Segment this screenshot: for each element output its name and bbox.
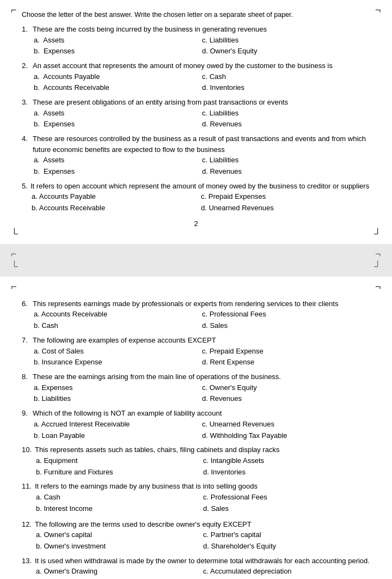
q5-text: It refers to open account which represen… [30,181,370,192]
q13-text: It is used when withdrawal is made by th… [35,556,370,566]
q1-num: 1. [22,24,33,35]
q9-options: a. Accrued Interest Receivable c. Unearn… [34,419,370,442]
q5-opt-b: b. Accounts Receivable [32,203,201,214]
corner-br: ┘ [374,228,381,240]
q9-text: Which of the following is NOT an example… [33,408,370,419]
q9-opt-a: a. Accrued Interest Receivable [34,419,202,430]
q10-opt-b: b. Furniture and Fixtures [36,467,203,478]
q4-options: a. Assets c. Liabilities b. Expenses d. … [34,155,370,178]
q1-opt-d: d. Owner's Equity [202,46,370,57]
q10-opt-d: d. Inventories [203,467,370,478]
question-1: 1. These are the costs being incurred by… [22,24,370,57]
page-break: ⌐ ⌐ └ ┘ [0,244,392,277]
q12-opt-c: c. Partner's capital [203,529,370,541]
q7-options: a. Cost of Sales c. Prepaid Expense b. I… [34,346,370,369]
q5-opt-a: a. Accounts Payable [32,191,201,203]
q10-opt-a: a. Equipment [36,455,203,467]
question-13: 13. It is used when withdrawal is made b… [22,556,370,579]
q8-opt-c: c. Owner's Equity [202,382,370,394]
q8-text: These are the earnings arising from the … [33,371,370,382]
corner-tl: ⌐ [11,4,17,16]
q3-opt-a: a. Assets [34,108,202,119]
q9-opt-c: c. Unearned Revenues [202,419,370,430]
q4-text: These are resources controlled by the bu… [33,133,370,155]
q2-opt-c: c. Cash [202,71,370,83]
q3-text: These are present obligations of an enti… [33,97,370,108]
q7-opt-c: c. Prepaid Expense [202,346,370,357]
q9-num: 9. [22,408,33,419]
q1-opt-c: c. Liabilities [202,35,370,46]
q13-opt-c: c. Accumulated depreciation [203,566,370,577]
q6-text: This represents earnings made by profess… [33,298,370,309]
q3-opt-d: d. Revenues [202,119,370,130]
q4-opt-c: c. Liabilities [202,155,370,166]
p2-corner-tl: ⌐ [11,281,17,292]
q12-opt-b: b. Owner's investment [36,541,203,552]
q10-text: This represents assets such as tables, c… [35,444,370,455]
question-7: 7. The following are examples of expense… [22,335,370,368]
q8-opt-b: b. Liabilities [34,393,202,405]
q8-num: 8. [22,371,33,382]
q11-opt-a: a. Cash [36,492,203,503]
corner-tr: ⌐ [375,4,381,16]
q11-opt-b: b. Interest Income [36,503,203,515]
question-8: 8. These are the earnings arising from t… [22,371,370,405]
question-9: 9. Which of the following is NOT an exam… [22,408,370,441]
q2-text: An asset account that represents the amo… [33,60,370,71]
q2-opt-a: a. Accounts Payable [34,71,202,83]
q11-opt-d: d. Sales [203,503,370,515]
q4-opt-b: b. Expenses [34,166,202,178]
q11-opt-c: c. Professional Fees [203,492,370,503]
q10-num: 10. [22,444,35,455]
q4-opt-d: d. Revenues [202,166,370,178]
q7-opt-b: b. Insurance Expense [34,357,202,368]
q1-options: a. Assets c. Liabilities b. Expenses d. … [34,35,370,58]
page-number-1: 2 [22,220,370,228]
q12-options: a. Owner's capital c. Partner's capital … [36,529,370,552]
q13-num: 13. [22,556,35,566]
q12-opt-a: a. Owner's capital [36,529,203,541]
question-6: 6. This represents earnings made by prof… [22,298,370,332]
q1-opt-a: a. Assets [34,35,202,46]
q12-opt-d: d. Shareholder's Equity [203,541,370,552]
q6-num: 6. [22,298,33,309]
q11-num: 11. [22,481,35,492]
question-10: 10. This represents assets such as table… [22,444,370,478]
q8-options: a. Expenses c. Owner's Equity b. Liabili… [34,382,370,405]
q3-num: 3. [22,97,33,108]
q6-opt-a: a. Accounts Receivable [34,309,202,320]
instructions: Choose the letter of the best answer. Wr… [22,11,370,19]
q2-opt-d: d. Inventories [202,82,370,94]
q10-opt-c: c. Intangible Assets [203,455,370,467]
q11-options: a. Cash c. Professional Fees b. Interest… [36,492,370,515]
q6-opt-b: b. Cash [34,320,202,332]
question-12: 12. The following are the terms used to … [22,519,370,552]
q5-opt-c: c. Prepaid Expenses [201,191,370,203]
q6-opt-c: c. Professional Fees [202,309,370,320]
q8-opt-d: d. Revenues [202,393,370,405]
q12-num: 12. [22,519,35,530]
q7-num: 7. [22,335,33,346]
q7-opt-a: a. Cost of Sales [34,346,202,357]
q12-text: The following are the terms used to desc… [35,519,370,530]
q4-opt-a: a. Assets [34,155,202,166]
q1-opt-b: b. Expenses [34,46,202,57]
q13-opt-a: a. Owner's Drawing [36,566,203,577]
q3-options: a. Assets c. Liabilities b. Expenses d. … [34,108,370,131]
pb-corner-tr: ⌐ [375,248,381,260]
page-1: ⌐ ⌐ Choose the letter of the best answer… [0,0,392,244]
q3-opt-b: b. Expenses [34,119,202,130]
question-11: 11. It refers to the earnings made by an… [22,481,370,514]
pb-corner-bl: └ [11,261,18,272]
q5-opt-d: d. Unearned Revenues [201,203,370,214]
q2-opt-b: b. Accounts Receivable [34,82,202,94]
pb-corner-tl: ⌐ [11,248,17,260]
q9-opt-b: b. Loan Payable [34,430,202,442]
q4-num: 4. [22,133,33,155]
q3-opt-c: c. Liabilities [202,108,370,119]
question-4: 4. These are resources controlled by the… [22,133,370,178]
q8-opt-a: a. Expenses [34,382,202,394]
q9-opt-d: d. Withholding Tax Payable [202,430,370,442]
q10-options: a. Equipment c. Intangible Assets b. Fur… [36,455,370,478]
page-2: ⌐ ⌐ 6. This represents earnings made by … [0,277,392,579]
